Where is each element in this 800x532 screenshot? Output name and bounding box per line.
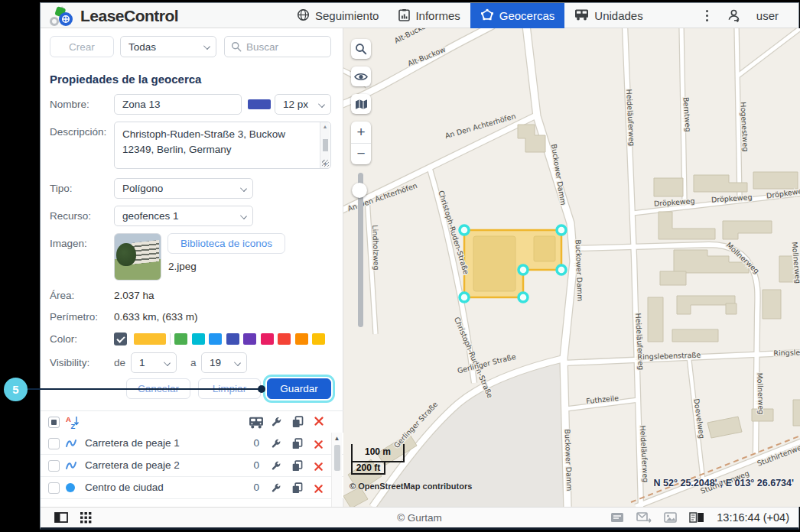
tab-label: Geocercas	[499, 9, 555, 22]
geofence-type-icon	[65, 438, 77, 450]
row-checkbox[interactable]	[48, 438, 60, 449]
color-swatch[interactable]	[209, 333, 222, 345]
filter-dropdown[interactable]: Todas	[120, 36, 216, 57]
visibility-to-label: a	[190, 357, 197, 368]
thickness-dropdown[interactable]: 12 px	[275, 94, 331, 115]
map-search-button[interactable]	[351, 39, 371, 59]
list-scrollbar[interactable]: ▲	[331, 433, 342, 507]
geofence-list-row[interactable]: Carretera de peaje 10	[41, 433, 343, 455]
color-swatch[interactable]	[226, 333, 239, 345]
delete-icon[interactable]	[314, 483, 326, 495]
textarea-resize-handle[interactable]	[322, 160, 329, 167]
zoom-controls: + −	[351, 122, 371, 164]
color-label: Color:	[50, 333, 77, 345]
sort-az-icon[interactable]: A Z	[65, 415, 80, 433]
icon-library-button[interactable]: Biblioteca de iconos	[167, 233, 285, 254]
tab-label: Unidades	[594, 9, 642, 22]
geofence-list-row[interactable]: Centro de ciudad0	[41, 477, 343, 499]
copy-icon[interactable]	[291, 482, 304, 495]
geofence-name[interactable]: Carretera de peaje 1	[85, 437, 180, 449]
geofence-vertex-handle[interactable]	[557, 265, 566, 274]
geofence-vertex-handle[interactable]	[557, 225, 566, 235]
more-menu-icon[interactable]	[703, 7, 711, 24]
delete-icon[interactable]	[314, 439, 326, 451]
create-button[interactable]: Crear	[50, 36, 114, 57]
map-view[interactable]: Alt-BuckowAlt-BuckowAn Den AchterhöfenAn…	[343, 28, 800, 507]
resource-dropdown[interactable]: geofences 1	[114, 206, 253, 226]
color-swatch[interactable]	[312, 333, 325, 345]
report-icon	[398, 8, 410, 24]
search-icon	[231, 41, 242, 52]
geofence-vertex-handle[interactable]	[460, 293, 469, 302]
color-swatch[interactable]	[295, 333, 308, 345]
geofence-list-header: A Z	[41, 410, 343, 433]
user-name[interactable]: user	[756, 9, 779, 22]
delete-icon[interactable]	[314, 461, 326, 473]
units-count: 0	[242, 437, 259, 449]
visibility-from-value: 1	[139, 357, 145, 368]
geofence-list-row[interactable]: Carretera de peaje 20	[41, 455, 343, 477]
tab-geocercas[interactable]: Geocercas	[470, 3, 565, 28]
geofence-color-swatch[interactable]	[248, 99, 271, 109]
edit-all-wrench-icon[interactable]	[270, 416, 282, 431]
edit-wrench-icon[interactable]	[270, 438, 282, 450]
zoom-out-button[interactable]: −	[351, 144, 371, 165]
app-title: LeaseControl	[80, 7, 178, 25]
geofence-icon	[480, 8, 494, 24]
geofence-name[interactable]: Carretera de peaje 2	[85, 459, 180, 471]
edit-wrench-icon[interactable]	[270, 482, 282, 495]
visibility-from-dropdown[interactable]: 1	[131, 352, 177, 373]
building	[654, 178, 683, 196]
save-button[interactable]: Guardar	[267, 378, 331, 399]
building	[753, 172, 798, 189]
select-all-checkbox[interactable]	[48, 417, 60, 428]
row-checkbox[interactable]	[48, 482, 60, 494]
row-checkbox[interactable]	[48, 460, 60, 472]
copy-all-icon[interactable]	[291, 416, 304, 431]
map-visibility-button[interactable]	[351, 66, 371, 86]
geofence-type-icon	[65, 460, 77, 472]
type-dropdown[interactable]: Polígono	[114, 178, 253, 199]
type-value: Polígono	[122, 183, 163, 194]
color-checkbox[interactable]	[114, 332, 127, 345]
map-layers-button[interactable]	[351, 94, 371, 114]
visibility-to-dropdown[interactable]: 19	[201, 352, 247, 373]
geofence-image-thumbnail[interactable]	[114, 233, 161, 281]
geofence-name[interactable]: Centro de ciudad	[85, 482, 164, 493]
map-canvas[interactable]: Alt-BuckowAlt-BuckowAn Den AchterhöfenAn…	[343, 28, 800, 507]
search-input[interactable]	[246, 41, 323, 53]
delete-all-icon[interactable]	[314, 416, 324, 430]
notifications-icon[interactable]	[610, 512, 624, 523]
tab-informes[interactable]: Informes	[389, 3, 470, 28]
color-swatch[interactable]	[192, 333, 205, 345]
thickness-value: 12 px	[283, 99, 308, 110]
tab-unidades[interactable]: Unidades	[564, 3, 652, 28]
geofence-vertex-handle[interactable]	[460, 225, 469, 235]
copy-icon[interactable]	[291, 438, 304, 450]
visibility-to-value: 19	[210, 357, 221, 368]
edit-wrench-icon[interactable]	[270, 460, 282, 472]
send-message-icon[interactable]	[636, 512, 652, 523]
color-swatch[interactable]	[278, 333, 291, 345]
search-box[interactable]	[224, 36, 331, 57]
selected-color-swatch[interactable]	[134, 333, 166, 345]
name-input[interactable]	[114, 94, 242, 115]
media-icon[interactable]	[664, 512, 677, 523]
color-swatch[interactable]	[243, 333, 256, 345]
geofence-vertex-handle[interactable]	[519, 265, 528, 274]
copy-icon[interactable]	[291, 460, 304, 472]
annotation-dot	[258, 385, 265, 393]
map-coordinates: N 52° 25.2048' ; E 013° 26.6734'	[654, 478, 794, 488]
description-textarea[interactable]: Christoph-Ruden-Straße 3, Buckow 12349, …	[114, 122, 331, 169]
user-account-icon[interactable]	[727, 8, 741, 23]
globe-icon	[297, 8, 310, 24]
building	[793, 400, 800, 426]
zoom-slider-knob[interactable]	[352, 183, 367, 198]
tab-seguimiento[interactable]: Seguimiento	[287, 3, 389, 28]
color-swatch[interactable]	[261, 333, 274, 345]
zoom-in-button[interactable]: +	[351, 122, 371, 143]
monitoring-panel-icon[interactable]	[689, 512, 704, 523]
geofence-vertex-handle[interactable]	[519, 293, 528, 302]
color-swatch[interactable]	[174, 333, 187, 345]
building	[672, 329, 718, 342]
